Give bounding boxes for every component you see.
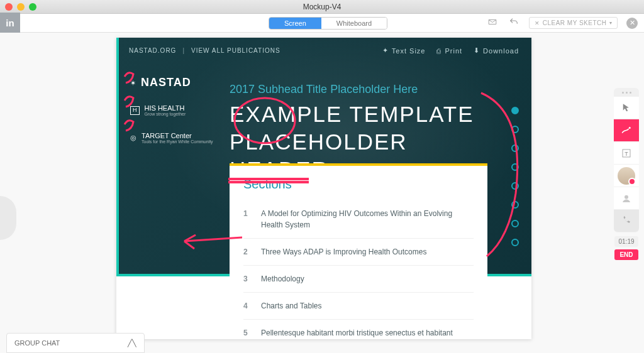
- dot-nav-item[interactable]: [511, 182, 519, 190]
- inbox-icon[interactable]: [486, 18, 499, 28]
- logo-target-center: ◎TARGET CenterTools for the Ryan White C…: [130, 132, 213, 144]
- svg-point-4: [629, 127, 631, 129]
- chevron-up-icon: ╱╲: [128, 339, 136, 347]
- text-tool[interactable]: T: [614, 142, 639, 165]
- sections-card: Sections 1A Model for Optimizing HIV Out…: [230, 163, 487, 339]
- domain-link[interactable]: NASTAD.ORG: [129, 47, 176, 54]
- text-size-button[interactable]: ✦ Text Size: [382, 46, 426, 55]
- invision-logo[interactable]: in: [0, 13, 20, 33]
- dot-nav-item[interactable]: [511, 239, 519, 246]
- call-tool[interactable]: [614, 210, 639, 232]
- partner-logos: ✶NASTAD HHIS HEALTHGrow strong together …: [130, 77, 213, 144]
- group-chat-bar[interactable]: GROUP CHAT ╱╲: [6, 333, 145, 353]
- svg-text:T: T: [625, 150, 628, 156]
- mode-whiteboard-tab[interactable]: Whiteboard: [321, 18, 387, 29]
- print-label: Print: [445, 47, 462, 55]
- sections-title: Sections: [243, 177, 474, 192]
- presenter-avatar[interactable]: [614, 165, 639, 187]
- pointer-tool[interactable]: [614, 97, 639, 119]
- logo-nastad: ✶NASTAD: [130, 77, 213, 89]
- group-chat-label: GROUP CHAT: [14, 339, 60, 347]
- text-size-label: Text Size: [392, 47, 426, 55]
- section-item[interactable]: 2Three Ways ADAP is Improving Health Out…: [243, 238, 474, 265]
- clear-sketch-label: CLEAR MY SKETCH: [543, 19, 607, 26]
- window-titlebar: Mockup-V4: [0, 0, 644, 14]
- dot-nav-item[interactable]: [511, 163, 519, 171]
- page-header-bar: NASTAD.ORG | VIEW ALL PUBLICATIONS ✦ Tex…: [129, 46, 519, 55]
- avatar-icon: [618, 167, 635, 185]
- section-item[interactable]: 1A Model for Optimizing HIV Outcomes Wit…: [243, 200, 474, 238]
- sections-list: 1A Model for Optimizing HIV Outcomes Wit…: [243, 200, 474, 339]
- palette-drag-handle[interactable]: [614, 88, 639, 97]
- close-overlay-icon[interactable]: ✕: [626, 18, 638, 29]
- dot-nav-item[interactable]: [511, 144, 519, 152]
- workspace: NASTAD.ORG | VIEW ALL PUBLICATIONS ✦ Tex…: [0, 33, 644, 353]
- dot-nav-item[interactable]: [511, 126, 519, 133]
- undo-icon[interactable]: [508, 17, 520, 29]
- dot-nav-item[interactable]: [511, 201, 519, 209]
- add-participant-tool[interactable]: [614, 187, 639, 210]
- section-dot-nav: [511, 107, 519, 246]
- dot-nav-item[interactable]: [511, 220, 519, 227]
- svg-point-7: [625, 195, 628, 198]
- end-session-button[interactable]: END: [614, 249, 638, 260]
- section-item[interactable]: 4Charts and Tables: [243, 292, 474, 319]
- dot-nav-item[interactable]: [511, 107, 519, 114]
- tool-palette: T 01:19 END: [614, 88, 639, 260]
- hero-area: NASTAD.ORG | VIEW ALL PUBLICATIONS ✦ Tex…: [116, 38, 531, 276]
- clear-sketch-button[interactable]: ✕ CLEAR MY SKETCH ▾: [529, 17, 618, 29]
- close-window-icon[interactable]: [5, 3, 13, 11]
- download-button[interactable]: ⬇ Download: [474, 46, 519, 55]
- view-all-link[interactable]: VIEW ALL PUBLICATIONS: [191, 47, 280, 54]
- prev-screen-button[interactable]: [0, 196, 16, 240]
- print-button[interactable]: ⎙ Print: [436, 46, 462, 55]
- minimize-window-icon[interactable]: [17, 3, 25, 11]
- design-canvas[interactable]: NASTAD.ORG | VIEW ALL PUBLICATIONS ✦ Tex…: [116, 38, 531, 339]
- window-title: Mockup-V4: [303, 3, 341, 11]
- subhead: 2017 Subhead Title Placeholder Here: [230, 83, 418, 96]
- section-item[interactable]: 3Methodology: [243, 265, 474, 292]
- session-timer: 01:19: [614, 236, 638, 247]
- maximize-window-icon[interactable]: [29, 3, 36, 11]
- mode-screen-tab[interactable]: Screen: [269, 18, 321, 29]
- draw-tool[interactable]: [614, 119, 639, 142]
- section-item[interactable]: 5Pellentesque habitant morbi tristique s…: [243, 319, 474, 339]
- app-toolbar: in Screen Whiteboard ✕ CLEAR MY SKETCH ▾…: [0, 14, 644, 33]
- download-label: Download: [483, 47, 519, 55]
- mode-toggle: Screen Whiteboard: [269, 17, 387, 30]
- logo-his-health: HHIS HEALTHGrow strong together: [130, 104, 213, 117]
